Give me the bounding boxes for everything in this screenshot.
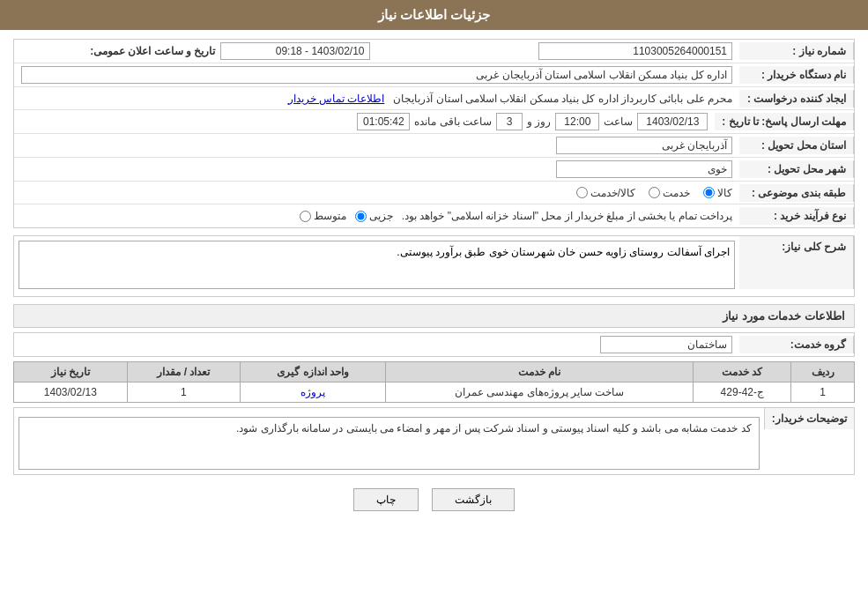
- category-kala-khedmat-radio[interactable]: [576, 187, 588, 198]
- province-input: آذربایجان غربی: [556, 137, 732, 154]
- table-cell: 1: [791, 382, 855, 403]
- purchase-type-medium: متوسط: [300, 210, 346, 222]
- category-option-kala: کالا: [703, 187, 732, 199]
- purchase-type-note: پرداخت تمام یا بخشی از مبلغ خریدار از مح…: [402, 210, 732, 222]
- col-header-unit: واحد اندازه گیری: [241, 362, 386, 382]
- col-header-name: نام خدمت: [385, 362, 693, 382]
- deadline-time-label: ساعت: [604, 115, 633, 128]
- buyer-org-label: نام دستگاه خریدار :: [739, 66, 854, 84]
- buyer-org-row: نام دستگاه خریدار : اداره کل بنیاد مسکن …: [14, 63, 854, 87]
- need-number-label: شماره نیاز :: [739, 42, 854, 60]
- table-cell: ساخت سایر پروژه‌های مهندسی عمران: [385, 382, 693, 403]
- category-kala-label: کالا: [717, 187, 732, 199]
- purchase-type-label: نوع فرآیند خرید :: [739, 207, 854, 225]
- buyer-notes-section: توضیحات خریدار: کد خدمت مشابه می باشد و …: [13, 407, 855, 475]
- deadline-label: مهلت ارسال پاسخ: تا تاریخ :: [715, 113, 854, 130]
- table-cell: 1: [127, 382, 241, 403]
- col-header-date: تاریخ نیاز: [14, 362, 128, 382]
- back-button[interactable]: بازگشت: [432, 488, 515, 511]
- buyer-notes-text: کد خدمت مشابه می باشد و کلیه اسناد پیوست…: [236, 422, 752, 434]
- purchase-type-row: نوع فرآیند خرید : متوسط جزیی پرداخت تمام…: [14, 204, 854, 227]
- category-khedmat-radio[interactable]: [649, 187, 660, 198]
- table-cell: 1403/02/13: [14, 382, 128, 403]
- creator-value: محرم علی بابائی کاربرداز اداره کل بنیاد …: [14, 90, 739, 108]
- table-cell: ج-42-429: [694, 382, 791, 403]
- deadline-value: 1403/02/13 ساعت 12:00 روز و 3 ساعت باقی …: [14, 110, 715, 133]
- deadline-time: 12:00: [555, 113, 599, 130]
- city-input: خوی: [556, 160, 732, 178]
- services-table: ردیف کد خدمت نام خدمت واحد اندازه گیری ت…: [13, 361, 855, 403]
- deadline-date-row: 1403/02/13 ساعت 12:00 روز و 3 ساعت باقی …: [21, 113, 708, 130]
- general-desc-section: شرح کلی نیاز:: [13, 235, 855, 297]
- table-row: 1ج-42-429ساخت سایر پروژه‌های مهندسی عمرا…: [14, 382, 855, 403]
- page-title: جزئیات اطلاعات نیاز: [378, 7, 490, 22]
- creator-label: ایجاد کننده درخواست :: [739, 90, 854, 108]
- deadline-days-label: روز و: [527, 115, 551, 128]
- services-section-title: اطلاعات خدمات مورد نیاز: [13, 304, 855, 328]
- table-cell: پروژه: [241, 382, 386, 403]
- announce-value: 1403/02/10 - 09:18: [220, 42, 370, 60]
- category-khedmat-label: خدمت: [663, 187, 690, 199]
- general-desc-content: [14, 236, 739, 296]
- category-option-khedmat: خدمت: [649, 187, 690, 199]
- category-kala-radio[interactable]: [703, 187, 715, 198]
- services-table-wrapper: ردیف کد خدمت نام خدمت واحد اندازه گیری ت…: [13, 361, 855, 403]
- announce-label: تاریخ و ساعت اعلان عمومی:: [90, 45, 215, 57]
- category-value: کالا/خدمت خدمت کالا: [14, 184, 739, 202]
- category-radio-group: کالا/خدمت خدمت کالا: [21, 187, 732, 199]
- service-group-input: ساختمان: [600, 336, 732, 353]
- buyer-notes-content: کد خدمت مشابه می باشد و کلیه اسناد پیوست…: [14, 408, 764, 474]
- category-row: طبقه بندی موضوعی : کالا/خدمت خدمت کالا: [14, 182, 854, 204]
- deadline-row: مهلت ارسال پاسخ: تا تاریخ : 1403/02/13 س…: [14, 110, 854, 134]
- purchase-type-partial: جزیی: [355, 210, 393, 222]
- city-label: شهر محل تحویل :: [739, 160, 854, 178]
- category-label: طبقه بندی موضوعی :: [739, 184, 854, 202]
- col-header-row-num: ردیف: [791, 362, 855, 382]
- col-header-code: کد خدمت: [694, 362, 791, 382]
- city-value: خوی: [14, 158, 739, 181]
- services-table-body: 1ج-42-429ساخت سایر پروژه‌های مهندسی عمرا…: [14, 382, 855, 403]
- table-header-row: ردیف کد خدمت نام خدمت واحد اندازه گیری ت…: [14, 362, 855, 382]
- province-label: استان محل تحویل :: [739, 137, 854, 154]
- general-desc-textarea[interactable]: [19, 241, 735, 289]
- buyer-notes-label: توضیحات خریدار:: [764, 408, 854, 429]
- deadline-remaining-label: ساعت باقی مانده: [414, 115, 492, 128]
- service-group-row: گروه خدمت: ساختمان: [13, 332, 855, 357]
- need-number-value: 1103005264000151: [377, 40, 740, 63]
- buyer-notes-box: کد خدمت مشابه می باشد و کلیه اسناد پیوست…: [19, 417, 760, 470]
- deadline-date: 1403/02/13: [637, 113, 708, 130]
- service-group-label: گروه خدمت:: [739, 336, 854, 353]
- purchase-medium-label: متوسط: [314, 210, 346, 222]
- creator-row: ایجاد کننده درخواست : محرم علی بابائی کا…: [14, 87, 854, 110]
- creator-link[interactable]: اطلاعات تماس خریدار: [288, 93, 385, 105]
- province-value: آذربایجان غربی: [14, 134, 739, 157]
- general-desc-label: شرح کلی نیاز:: [739, 236, 854, 289]
- need-number-row: شماره نیاز : 1103005264000151 1403/02/10…: [14, 40, 854, 63]
- purchase-type-group: متوسط جزیی پرداخت تمام یا بخشی از مبلغ خ…: [21, 210, 732, 222]
- deadline-remaining: 01:05:42: [357, 113, 410, 130]
- deadline-days: 3: [496, 113, 523, 130]
- purchase-partial-radio[interactable]: [355, 211, 367, 222]
- buyer-org-value: اداره کل بنیاد مسکن انقلاب اسلامی استان …: [14, 63, 739, 86]
- page-header: جزئیات اطلاعات نیاز: [0, 0, 868, 30]
- buyer-org-input: اداره کل بنیاد مسکن انقلاب اسلامی استان …: [21, 66, 732, 84]
- announce-row: 1403/02/10 - 09:18 تاریخ و ساعت اعلان عم…: [14, 40, 377, 63]
- button-row: بازگشت چاپ: [13, 488, 855, 511]
- purchase-medium-radio[interactable]: [300, 211, 311, 222]
- province-row: استان محل تحویل : آذربایجان غربی: [14, 134, 854, 158]
- col-header-quantity: تعداد / مقدار: [127, 362, 241, 382]
- city-row: شهر محل تحویل : خوی: [14, 158, 854, 182]
- need-number-input: 1103005264000151: [538, 42, 732, 60]
- category-kala-khedmat-label: کالا/خدمت: [590, 187, 635, 199]
- service-group-value: ساختمان: [14, 333, 739, 356]
- creator-text: محرم علی بابائی کاربرداز اداره کل بنیاد …: [393, 93, 732, 105]
- main-info-section: شماره نیاز : 1103005264000151 1403/02/10…: [13, 39, 855, 228]
- purchase-partial-label: جزیی: [369, 210, 393, 222]
- print-button[interactable]: چاپ: [353, 488, 419, 511]
- purchase-type-value: متوسط جزیی پرداخت تمام یا بخشی از مبلغ خ…: [14, 207, 739, 225]
- category-option-kala-khedmat: کالا/خدمت: [576, 187, 635, 199]
